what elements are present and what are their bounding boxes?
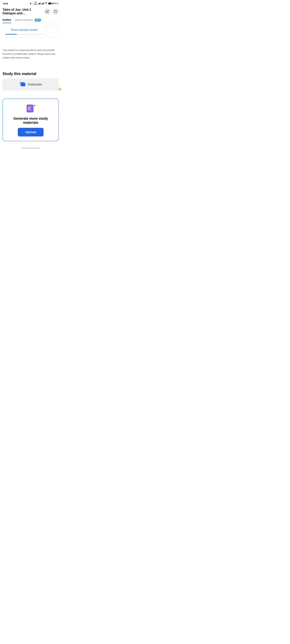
status-right: ▶ • 0.08 KB/s: [30, 2, 58, 5]
flashcards-label: Flashcards: [28, 83, 42, 86]
cursor-icon: 👆: [58, 87, 61, 91]
flashcard-icon: [20, 82, 26, 87]
example-answer-card: Show example answer: [2, 25, 46, 38]
card-stack-icon: [54, 10, 57, 13]
tab-quick-reference[interactable]: Quick reference New: [15, 17, 41, 23]
generate-icon-inner: ✦: [26, 104, 35, 113]
pencil-icon: [46, 10, 49, 13]
dot-indicator: •: [32, 3, 33, 4]
content-area: Show example answer This product is enha…: [0, 23, 61, 146]
tabs-bar: Outline Quick reference New: [0, 17, 61, 23]
header-actions: [44, 8, 59, 15]
signal-bars-1: [38, 2, 40, 4]
battery-charging-dot: [57, 3, 58, 4]
study-section: Study this material Flashcards 👆: [0, 69, 61, 90]
spacer-2: [0, 63, 61, 69]
status-bar: 9:43 ▶ • 0.08 KB/s: [0, 0, 61, 6]
signal-bars-2: [41, 2, 44, 4]
ai-disclaimer: This product is enhanced with AI and may…: [2, 48, 59, 60]
list-document-icon: [26, 104, 34, 112]
spacer-1: [0, 38, 61, 43]
generate-title: Generate more study materials: [6, 116, 55, 125]
flashcard-front: [21, 83, 25, 86]
partial-card: [48, 25, 59, 38]
spacer-3: [0, 90, 61, 95]
new-badge: New: [34, 19, 41, 22]
data-speed: 0.08 KB/s: [34, 2, 37, 5]
list-line-2: [28, 108, 30, 109]
battery: 92%: [48, 2, 58, 4]
battery-percent: 92%: [53, 2, 56, 4]
status-time: 9:43: [3, 2, 8, 5]
tab-outline[interactable]: Outline: [2, 17, 11, 23]
progress-bar-fill: [5, 34, 17, 34]
home-indicator: [0, 146, 61, 151]
card-stack-button[interactable]: [52, 8, 59, 15]
list-line-3: [28, 110, 31, 110]
home-bar: [21, 148, 40, 148]
flashcards-button[interactable]: Flashcards 👆: [2, 78, 59, 90]
upload-button[interactable]: Upload: [18, 128, 44, 136]
wifi-icon: [45, 2, 47, 5]
progress-bar: [5, 34, 44, 34]
show-example-answer-link[interactable]: Show example answer: [5, 28, 44, 32]
play-icon: ▶: [30, 2, 32, 4]
page-title: Tales of Joy: Unit 1 Dialogue and...: [2, 8, 44, 15]
list-line-1: [28, 107, 31, 108]
study-section-title: Study this material: [2, 72, 59, 76]
generate-card: ✦ Generate more study materials Upload: [2, 98, 59, 141]
sparkle-icon: ✦: [33, 104, 36, 108]
svg-rect-0: [54, 11, 57, 13]
edit-button[interactable]: [44, 8, 51, 15]
generate-icon-container: ✦: [26, 104, 36, 113]
page-header: Tales of Joy: Unit 1 Dialogue and...: [0, 6, 61, 17]
